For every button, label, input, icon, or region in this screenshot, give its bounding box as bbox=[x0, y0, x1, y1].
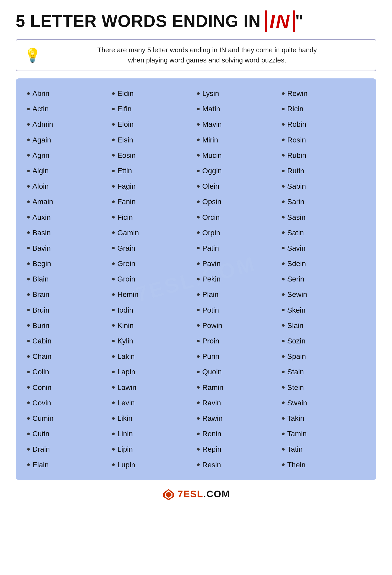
bullet-icon bbox=[112, 123, 115, 126]
word-text: Actin bbox=[32, 104, 49, 114]
word-text: Pavin bbox=[202, 258, 221, 269]
word-text: Mucin bbox=[202, 150, 222, 160]
word-text: Stain bbox=[287, 367, 304, 377]
word-item: Levin bbox=[111, 396, 196, 410]
bullet-icon bbox=[197, 355, 200, 358]
bullet-icon bbox=[282, 262, 285, 265]
word-item: Kylin bbox=[111, 334, 196, 348]
bullet-icon bbox=[282, 123, 285, 126]
bullet-icon bbox=[27, 371, 30, 373]
word-grid-container: 7ESL.COM AbrinActinAdminAgainAgrinAlginA… bbox=[16, 78, 376, 480]
word-text: Spain bbox=[287, 351, 306, 361]
word-item: Stain bbox=[281, 365, 366, 379]
word-item: Orcin bbox=[196, 210, 281, 225]
logo-icon bbox=[162, 488, 175, 501]
bullet-icon bbox=[27, 123, 30, 126]
bullet-icon bbox=[282, 231, 285, 234]
word-item: Fagin bbox=[111, 179, 196, 193]
word-text: Orcin bbox=[202, 212, 220, 222]
word-item: Sabin bbox=[281, 179, 366, 193]
bullet-icon bbox=[27, 154, 30, 157]
header-quotes: " bbox=[295, 12, 303, 31]
bulb-icon: 💡 bbox=[24, 47, 41, 63]
word-item: Takin bbox=[281, 411, 366, 426]
word-text: Likin bbox=[117, 413, 132, 423]
bullet-icon bbox=[197, 417, 200, 420]
word-item: Ettin bbox=[111, 164, 196, 178]
bullet-icon bbox=[112, 170, 115, 172]
word-item: Eldin bbox=[111, 86, 196, 101]
word-text: Repin bbox=[202, 444, 221, 454]
bullet-icon bbox=[282, 448, 285, 451]
word-item: Bruin bbox=[26, 303, 111, 317]
word-item: Sewin bbox=[281, 287, 366, 302]
word-item: Sasin bbox=[281, 210, 366, 225]
bullet-icon bbox=[282, 139, 285, 141]
info-text: There are many 5 letter words ending in … bbox=[46, 45, 368, 65]
header-title: 5 LETTER WORDS ENDING IN bbox=[16, 12, 261, 31]
word-text: Lakin bbox=[117, 351, 135, 361]
bullet-icon bbox=[197, 170, 200, 172]
bullet-icon bbox=[197, 262, 200, 265]
bullet-icon bbox=[197, 448, 200, 451]
bullet-icon bbox=[112, 448, 115, 451]
word-item: Sarin bbox=[281, 194, 366, 209]
footer: 7ESL.COM bbox=[16, 488, 376, 501]
bullet-icon bbox=[197, 247, 200, 249]
word-item: Satin bbox=[281, 226, 366, 240]
word-item: Burin bbox=[26, 318, 111, 333]
word-text: Conin bbox=[32, 382, 51, 393]
bullet-icon bbox=[197, 433, 200, 435]
word-item: Potin bbox=[196, 303, 281, 317]
bullet-icon bbox=[197, 108, 200, 110]
word-text: Potin bbox=[202, 305, 219, 315]
word-text: Bruin bbox=[32, 305, 49, 315]
word-text: Rewin bbox=[287, 88, 308, 99]
word-text: Rubin bbox=[287, 150, 306, 160]
word-text: Abrin bbox=[32, 88, 49, 99]
bullet-icon bbox=[112, 324, 115, 327]
word-item: Agrin bbox=[26, 148, 111, 163]
word-text: Auxin bbox=[32, 212, 51, 222]
word-item: Rubin bbox=[281, 148, 366, 163]
word-text: Agrin bbox=[32, 150, 49, 160]
word-item: Conin bbox=[26, 380, 111, 395]
word-text: Stein bbox=[287, 382, 304, 393]
bullet-icon bbox=[197, 463, 200, 466]
bullet-icon bbox=[27, 170, 30, 172]
word-text: Kinin bbox=[117, 320, 134, 331]
bullet-icon bbox=[112, 185, 115, 188]
word-text: Grein bbox=[117, 258, 135, 269]
word-text: Sarin bbox=[287, 197, 304, 207]
word-text: Lawin bbox=[117, 382, 136, 393]
word-item: Purin bbox=[196, 349, 281, 364]
word-item: Cabin bbox=[26, 334, 111, 348]
word-item: Kinin bbox=[111, 318, 196, 333]
bullet-icon bbox=[197, 200, 200, 203]
bullet-icon bbox=[282, 324, 285, 327]
word-item: Abrin bbox=[26, 86, 111, 101]
word-item: Eloin bbox=[111, 117, 196, 131]
word-item: Powin bbox=[196, 318, 281, 333]
word-text: Tamin bbox=[287, 429, 307, 439]
bullet-icon bbox=[27, 448, 30, 451]
word-item: Swain bbox=[281, 396, 366, 410]
word-text: Olein bbox=[202, 181, 219, 191]
word-item: Rewin bbox=[281, 86, 366, 101]
word-text: Lysin bbox=[202, 88, 219, 99]
bullet-icon bbox=[197, 293, 200, 296]
bullet-icon bbox=[112, 309, 115, 311]
bullet-icon bbox=[197, 139, 200, 141]
word-item: Resin bbox=[196, 458, 281, 472]
word-item: Cumin bbox=[26, 411, 111, 426]
word-text: Powin bbox=[202, 320, 222, 331]
word-text: Eosin bbox=[117, 150, 136, 160]
word-item: Elsin bbox=[111, 133, 196, 147]
bullet-icon bbox=[27, 386, 30, 389]
word-text: Patin bbox=[202, 243, 219, 253]
bullet-icon bbox=[27, 401, 30, 404]
word-text: Basin bbox=[32, 228, 51, 238]
word-text: Iodin bbox=[117, 305, 133, 315]
word-item: Colin bbox=[26, 365, 111, 379]
word-item: Mucin bbox=[196, 148, 281, 163]
